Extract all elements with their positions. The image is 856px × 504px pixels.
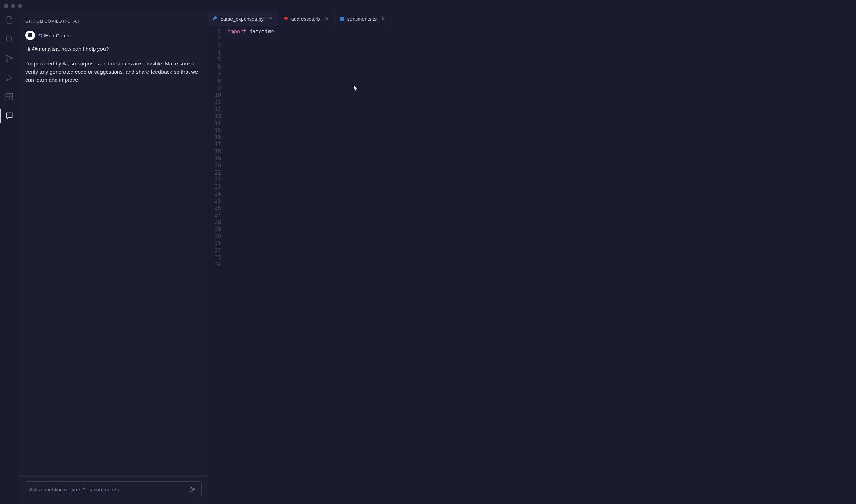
tab-sentiments[interactable]: sentiments.ts × [335,12,391,26]
source-control-icon[interactable] [4,53,14,63]
code-lines[interactable]: import datetime [228,28,856,504]
tab-label: parse_expenses.py [221,16,264,22]
copilot-avatar-icon [25,31,35,40]
line-number-gutter: 1234567891011121314151617181920212223242… [208,28,228,504]
chat-input[interactable] [29,487,189,492]
svg-rect-9 [340,17,344,21]
chat-icon[interactable] [4,111,14,121]
search-icon[interactable] [4,34,14,44]
chat-disclaimer: I'm powered by AI, so surprises and mist… [25,60,201,84]
window-titlebar [0,0,856,12]
svg-rect-8 [10,97,13,100]
copilot-chat-panel: GITHUB COPILOT: CHAT GitHub Copilot Hi @… [19,12,208,503]
python-icon [213,16,218,21]
agent-name: GitHub Copilot [38,33,72,38]
svg-point-4 [6,79,8,81]
tab-label: sentiments.ts [347,16,377,22]
typescript-icon [340,16,345,21]
activity-bar [0,12,19,504]
explorer-icon[interactable] [4,15,14,25]
svg-rect-5 [6,93,9,96]
close-icon[interactable]: × [324,16,330,22]
editor-group: parse_expenses.py × addresses.rb × senti… [208,12,856,504]
code-editor[interactable]: 1234567891011121314151617181920212223242… [208,26,856,504]
svg-rect-7 [6,97,9,100]
traffic-light-zoom[interactable] [18,4,22,8]
ruby-icon [283,16,288,21]
tab-label: addresses.rb [291,16,320,22]
user-mention: @monalisa [32,46,59,52]
send-button[interactable] [189,485,197,493]
chat-scroll-area[interactable]: GitHub Copilot Hi @monalisa, how can I h… [19,28,208,477]
panel-title: GITHUB COPILOT: CHAT [19,12,208,28]
traffic-light-close[interactable] [4,4,8,8]
chat-greeting: Hi @monalisa, how can I help you? [25,45,201,53]
tab-parse-expenses[interactable]: parse_expenses.py × [208,12,278,26]
svg-point-2 [6,60,8,61]
chat-input-container [25,481,202,497]
svg-point-3 [11,57,12,59]
tab-addresses[interactable]: addresses.rb × [278,12,335,26]
editor-tabs: parse_expenses.py × addresses.rb × senti… [208,12,856,26]
close-icon[interactable]: × [381,16,386,22]
extensions-icon[interactable] [4,92,14,101]
svg-point-1 [6,55,8,57]
close-icon[interactable]: × [268,16,273,22]
run-debug-icon[interactable] [4,73,14,82]
svg-point-0 [6,36,11,41]
svg-rect-6 [10,93,13,96]
traffic-light-minimize[interactable] [11,4,15,8]
